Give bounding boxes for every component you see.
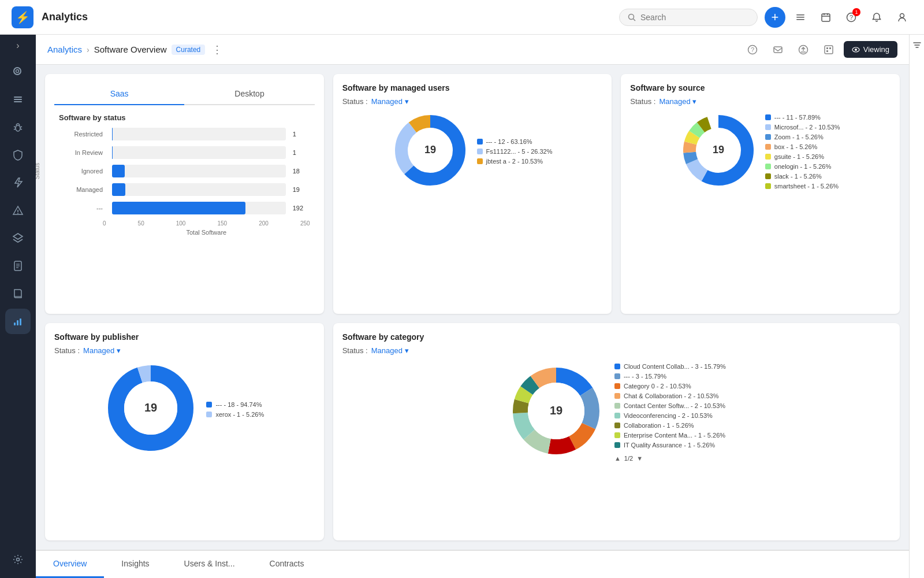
- user-icon-btn[interactable]: [892, 7, 912, 28]
- app-title: Analytics: [42, 11, 619, 23]
- card5-status-value[interactable]: Managed ▾: [371, 346, 409, 355]
- legend-item: Category 0 - 2 - 10.53%: [614, 383, 726, 390]
- viewing-button[interactable]: Viewing: [844, 41, 897, 58]
- prev-page-icon[interactable]: ▲: [614, 455, 621, 462]
- card2-donut: 19: [393, 113, 468, 190]
- right-panel: [909, 35, 924, 578]
- legend-item: IT Quality Assurance - 1 - 5.26%: [614, 442, 726, 449]
- calendar-icon-btn[interactable]: [815, 7, 836, 28]
- sidebar-item-lightning[interactable]: [5, 170, 31, 195]
- add-button[interactable]: +: [765, 7, 785, 28]
- svg-rect-40: [829, 47, 831, 49]
- svg-text:19: 19: [713, 144, 724, 155]
- svg-rect-41: [826, 50, 828, 52]
- card2-status: Status : Managed ▾: [342, 97, 603, 106]
- list-icon-btn[interactable]: [790, 7, 811, 28]
- sidebar-item-book[interactable]: [5, 281, 31, 306]
- card3-donut: 19: [681, 113, 756, 190]
- search-input[interactable]: [640, 13, 744, 22]
- legend-item: gsuite - 1 - 5.26%: [765, 153, 840, 160]
- svg-rect-14: [14, 97, 22, 98]
- legend-dot: [614, 383, 620, 389]
- legend-item: --- - 12 - 63.16%: [477, 138, 553, 145]
- tab-desktop[interactable]: Desktop: [184, 83, 314, 105]
- tab-users-inst[interactable]: Users & Inst...: [167, 551, 252, 578]
- svg-line-1: [634, 18, 636, 21]
- legend-item: Contact Center Softw... - 2 - 10.53%: [614, 402, 726, 409]
- legend-item: Cloud Content Collab... - 3 - 15.79%: [614, 363, 726, 370]
- legend-dot: [614, 442, 620, 448]
- sidebar-item-layers[interactable]: [5, 225, 31, 251]
- view-breadcrumb-btn[interactable]: [818, 39, 839, 60]
- legend-item: onelogin - 1 - 5.26%: [765, 163, 840, 170]
- card2-title: Software by managed users: [342, 83, 603, 92]
- legend-dot: [206, 412, 212, 417]
- sidebar-item-settings[interactable]: [5, 547, 31, 572]
- legend-dot: [614, 413, 620, 418]
- svg-line-18: [14, 127, 16, 127]
- card2-status-value[interactable]: Managed ▾: [371, 97, 409, 106]
- breadcrumb-analytics[interactable]: Analytics: [47, 45, 82, 54]
- sidebar-item-shield[interactable]: [5, 142, 31, 168]
- sidebar-item-analytics[interactable]: [5, 309, 31, 334]
- svg-point-43: [855, 49, 857, 51]
- topbar: ⚡ Analytics + ? 1: [0, 0, 924, 35]
- svg-rect-39: [826, 47, 828, 49]
- svg-text:19: 19: [424, 144, 436, 155]
- export-breadcrumb-btn[interactable]: [793, 39, 814, 60]
- legend-dot: [765, 124, 771, 130]
- sidebar-item-alert[interactable]: [5, 198, 31, 223]
- bar-row-restricted: Restricted 1: [103, 128, 310, 140]
- help-icon-btn[interactable]: ? 1: [841, 7, 862, 28]
- legend-dot: [614, 432, 620, 438]
- legend-dot: [477, 139, 483, 144]
- sidebar-item-search[interactable]: [5, 59, 31, 84]
- legend-dot: [765, 134, 771, 140]
- tab-overview[interactable]: Overview: [36, 551, 104, 578]
- y-axis-label: Status: [36, 163, 40, 179]
- svg-rect-16: [14, 101, 22, 102]
- breadcrumb-bar: Analytics › Software Overview Curated ⋮ …: [36, 35, 909, 65]
- card4-donut: 19: [105, 362, 197, 457]
- legend-dot: [614, 393, 620, 399]
- card4-status-value[interactable]: Managed ▾: [83, 346, 121, 355]
- legend-dot: [614, 364, 620, 369]
- search-box[interactable]: [619, 9, 758, 26]
- legend-dot: [765, 173, 771, 179]
- email-icon: [773, 45, 783, 55]
- collapse-toggle[interactable]: ›: [16, 40, 19, 51]
- svg-line-19: [20, 127, 22, 127]
- search-icon: [628, 13, 636, 21]
- breadcrumb-menu-button[interactable]: ⋮: [212, 43, 222, 56]
- card3-status: Status : Managed ▾: [630, 97, 891, 106]
- sidebar-item-report[interactable]: [5, 253, 31, 279]
- tab-contracts[interactable]: Contracts: [252, 551, 322, 578]
- legend-item: Videoconferencing - 2 - 10.53%: [614, 412, 726, 419]
- legend-dot: [765, 183, 771, 189]
- sidebar-item-list[interactable]: [5, 87, 31, 112]
- legend-item: --- - 3 - 15.79%: [614, 373, 726, 380]
- svg-text:?: ?: [850, 14, 853, 21]
- view-icon: [824, 45, 834, 55]
- dashboard: Saas Desktop Software by status Status R…: [36, 65, 909, 550]
- legend-dot: [765, 114, 771, 120]
- legend-item: jbtest a - 2 - 10.53%: [477, 158, 553, 165]
- tab-saas[interactable]: Saas: [54, 83, 184, 105]
- card-source: Software by source Status : Managed ▾: [621, 74, 900, 314]
- legend-item: --- - 11 - 57.89%: [765, 114, 840, 121]
- tab-insights[interactable]: Insights: [104, 551, 166, 578]
- bell-icon-btn[interactable]: [866, 7, 887, 28]
- sidebar-item-bug[interactable]: [5, 114, 31, 140]
- curated-badge: Curated: [172, 45, 206, 55]
- svg-rect-29: [14, 323, 16, 325]
- card3-status-value[interactable]: Managed ▾: [659, 97, 696, 106]
- svg-point-12: [14, 68, 21, 75]
- svg-point-23: [18, 213, 18, 214]
- svg-point-32: [17, 558, 20, 561]
- next-page-icon[interactable]: ▼: [636, 455, 643, 462]
- legend-item: Zoom - 1 - 5.26%: [765, 134, 840, 140]
- email-breadcrumb-btn[interactable]: [767, 39, 788, 60]
- help-breadcrumb-btn[interactable]: ?: [742, 39, 763, 60]
- legend-item: box - 1 - 5.26%: [765, 143, 840, 150]
- svg-rect-3: [796, 17, 804, 18]
